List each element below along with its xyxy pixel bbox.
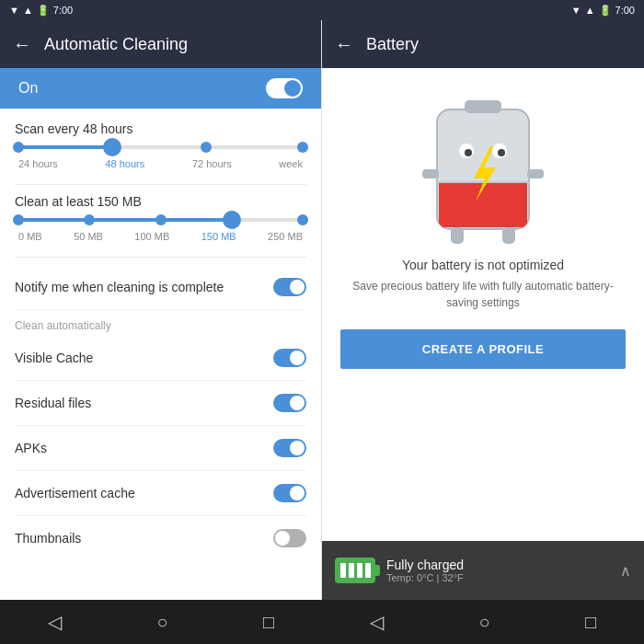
scan-dot-3 [297, 142, 308, 153]
recent-nav-right[interactable]: □ [567, 604, 615, 640]
notif-bar-2 [349, 563, 354, 578]
notif-bar-4 [365, 563, 371, 578]
scan-slider-labels: 24 hours 48 hours 72 hours week [18, 158, 303, 169]
on-toggle[interactable] [266, 78, 303, 98]
back-nav-right[interactable]: ◁ [351, 604, 402, 640]
recent-nav-left[interactable]: □ [245, 604, 293, 640]
residual-toggle[interactable] [273, 394, 306, 412]
svg-rect-11 [502, 227, 515, 244]
scan-label-1: 48 hours [105, 158, 144, 169]
on-toggle-row[interactable]: On [0, 68, 321, 109]
wifi-icon-right: ▼ [571, 5, 581, 16]
notif-battery-bars [337, 559, 374, 581]
scan-dot-2 [201, 142, 212, 153]
clean-label: Clean at least 150 MB [15, 194, 306, 209]
battery-icon-right: 🔋 [599, 5, 612, 17]
create-profile-button[interactable]: CREATE A PROFILE [340, 329, 626, 369]
clean-dot-1 [84, 214, 95, 225]
apks-toggle[interactable] [273, 439, 306, 457]
svg-point-8 [465, 149, 472, 156]
divider-2 [15, 257, 306, 258]
list-item-visible-cache: Visible Cache [15, 336, 306, 381]
notify-toggle[interactable] [273, 278, 306, 296]
clean-slider-container: 0 MB 50 MB 100 MB 150 MB 250 MB [15, 218, 306, 242]
battery-svg [419, 96, 547, 247]
notify-item: Notify me when cleaning is complete [15, 265, 306, 310]
notification-bar[interactable]: Fully charged Temp: 0°C | 32°F ∧ [322, 541, 644, 600]
clean-label-1: 50 MB [74, 231, 103, 242]
scan-thumb[interactable] [103, 138, 121, 156]
back-nav-left[interactable]: ◁ [29, 604, 80, 640]
scan-label: Scan every 48 hours [15, 121, 306, 136]
svg-rect-2 [439, 183, 527, 227]
battery-content: Your battery is not optimized Save preci… [322, 68, 644, 600]
status-icons-left: ▼ ▲ 🔋 7:00 [9, 5, 73, 17]
battery-icon-left: 🔋 [37, 5, 50, 17]
scan-slider-fill [18, 145, 112, 149]
wifi-icon: ▼ [9, 5, 19, 16]
list-item-apks: APKs [15, 426, 306, 471]
battery-illustration [419, 96, 547, 243]
bottom-nav-right: ◁ ○ □ [322, 600, 644, 644]
notif-text: Fully charged Temp: 0°C | 32°F [386, 558, 620, 583]
divider-1 [15, 184, 306, 185]
svg-rect-4 [437, 181, 529, 183]
split-bottom-nav: ◁ ○ □ ◁ ○ □ [0, 600, 644, 644]
clean-slider-labels: 0 MB 50 MB 100 MB 150 MB 250 MB [18, 231, 303, 242]
chevron-up-icon[interactable]: ∧ [620, 562, 631, 580]
clean-label-2: 100 MB [134, 231, 169, 242]
time-left: 7:00 [53, 5, 73, 16]
list-item-ad-cache: Advertisement cache [15, 471, 306, 516]
bottom-nav-left: ◁ ○ □ [0, 600, 322, 644]
clean-dot-4 [297, 214, 308, 225]
right-header: ← Battery [322, 20, 644, 68]
svg-rect-13 [527, 169, 544, 178]
scan-label-2: 72 hours [192, 158, 232, 169]
list-item-residual: Residual files [15, 381, 306, 426]
time-right: 7:00 [615, 5, 635, 16]
clean-dot-0 [13, 214, 24, 225]
status-icons-right: ▼ ▲ 🔋 7:00 [571, 5, 635, 17]
visible-cache-toggle[interactable] [273, 349, 306, 367]
left-header: ← Automatic Cleaning [0, 20, 321, 68]
settings-content: Scan every 48 hours 24 hours 48 hours 72… [0, 109, 321, 600]
svg-rect-1 [465, 100, 501, 113]
clean-slider-fill [18, 218, 232, 222]
ad-cache-toggle[interactable] [273, 484, 306, 502]
clean-slider-track[interactable] [18, 218, 303, 222]
apks-label: APKs [15, 441, 47, 455]
clean-label-4: 250 MB [268, 231, 303, 242]
home-nav-right[interactable]: ○ [460, 604, 508, 640]
scan-slider-container: 24 hours 48 hours 72 hours week [15, 145, 306, 169]
notif-bar-3 [357, 563, 362, 578]
thumbnails-toggle[interactable] [273, 529, 306, 547]
battery-title: Your battery is not optimized [402, 258, 564, 272]
residual-label: Residual files [15, 396, 91, 410]
clean-label-3: 150 MB [201, 231, 236, 242]
ad-cache-label: Advertisement cache [15, 486, 135, 500]
svg-rect-10 [451, 227, 464, 244]
left-back-button[interactable]: ← [13, 34, 31, 55]
status-bar: ▼ ▲ 🔋 7:00 ▼ ▲ 🔋 7:00 [0, 0, 644, 20]
signal-icon-right: ▲ [585, 5, 595, 16]
home-nav-left[interactable]: ○ [138, 604, 186, 640]
clean-thumb[interactable] [223, 211, 241, 229]
scan-label-3: week [279, 158, 303, 169]
scan-dot-0 [13, 142, 24, 153]
right-panel: ← Battery [322, 20, 644, 600]
notif-title: Fully charged [386, 558, 620, 572]
notif-bar-1 [340, 563, 346, 578]
notify-label: Notify me when cleaning is complete [15, 280, 224, 294]
visible-cache-label: Visible Cache [15, 351, 93, 365]
list-item-thumbnails: Thumbnails [15, 516, 306, 560]
thumbnails-label: Thumbnails [15, 531, 81, 546]
clean-label-0: 0 MB [18, 231, 42, 242]
right-title: Battery [366, 35, 419, 54]
scan-slider-track[interactable] [18, 145, 303, 149]
signal-icon: ▲ [23, 5, 33, 16]
left-title: Automatic Cleaning [44, 35, 188, 54]
bottom-nav-row-right: ◁ ○ □ [322, 600, 644, 644]
right-back-button[interactable]: ← [335, 34, 353, 55]
on-label: On [18, 80, 38, 97]
main-content: ← Automatic Cleaning On Scan every 48 ho… [0, 20, 644, 600]
